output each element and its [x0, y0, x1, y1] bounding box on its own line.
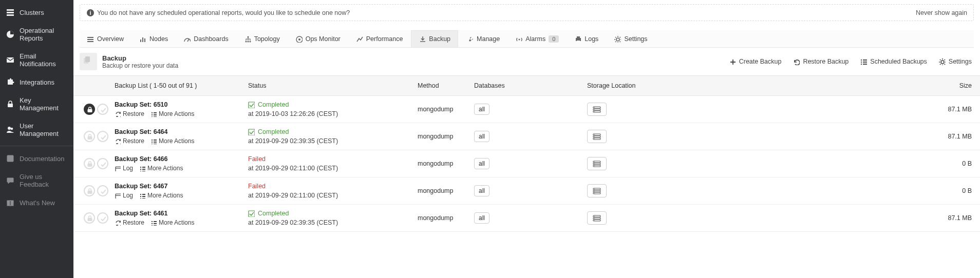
method: mongodump: [418, 133, 474, 140]
bars-icon: [139, 35, 146, 43]
sidebar-item[interactable]: Give us Feedback: [0, 168, 73, 193]
storage-location[interactable]: [587, 103, 607, 116]
method: mongodump: [418, 214, 474, 222]
tab-label: Overview: [97, 35, 124, 43]
backup-set-name: Backup Set: 6510: [115, 101, 248, 108]
sidebar-item[interactable]: Integrations: [0, 73, 73, 91]
tab-performance[interactable]: Performance: [349, 31, 410, 47]
status-time: at 2019-09-29 02:39:35 (CEST): [248, 137, 418, 145]
database-pill[interactable]: all: [474, 104, 489, 115]
sidebar-item[interactable]: What's New: [0, 193, 73, 212]
sidebar-item[interactable]: Email Notifications: [0, 47, 73, 73]
tab-topology[interactable]: Topology: [237, 31, 287, 47]
puzzle-icon: [6, 78, 14, 86]
restore-action[interactable]: Restore: [115, 110, 144, 117]
size: 87.1 MB: [926, 106, 972, 113]
refresh-icon: [115, 111, 121, 117]
tab-backup[interactable]: Backup: [411, 30, 458, 47]
tab-label: Logs: [585, 35, 598, 43]
storage-location[interactable]: [587, 157, 607, 170]
restore-backup-button[interactable]: Restore Backup: [793, 58, 849, 65]
method: mongodump: [418, 160, 474, 167]
storage-location[interactable]: [587, 130, 607, 143]
sidebar-item[interactable]: Key Management: [0, 91, 73, 117]
tab-overview[interactable]: Overview: [80, 31, 131, 47]
tab-logs[interactable]: Logs: [567, 31, 606, 47]
more-actions[interactable]: More Actions: [150, 219, 194, 226]
verified-icon: [97, 185, 108, 196]
database-pill[interactable]: all: [474, 158, 489, 169]
status-text: Failed: [248, 183, 266, 190]
target-icon: [295, 35, 303, 43]
storage-location[interactable]: [587, 184, 607, 197]
log-action[interactable]: Log: [115, 192, 133, 199]
sidebar-item-label: What's New: [20, 199, 55, 207]
create-backup-button[interactable]: Create Backup: [729, 58, 782, 65]
gift-icon: [6, 198, 14, 207]
size: 0 B: [926, 160, 972, 167]
restore-action[interactable]: Restore: [115, 137, 144, 145]
printer-icon: [574, 35, 581, 43]
page-subtitle: Backup or restore your data: [102, 62, 178, 69]
backup-set-name: Backup Set: 6461: [115, 210, 248, 217]
method: mongodump: [418, 106, 474, 113]
more-actions[interactable]: More Actions: [139, 192, 183, 199]
sidebar-item-label: Key Management: [20, 96, 67, 112]
tab-alarms[interactable]: Alarms0: [508, 31, 566, 47]
encrypted-icon: [84, 104, 95, 115]
settings-button[interactable]: Settings: [938, 58, 972, 65]
more-actions[interactable]: More Actions: [150, 137, 194, 145]
scheduled-backups-button[interactable]: Scheduled Backups: [860, 58, 927, 65]
col-method: Method: [418, 82, 474, 89]
backup-set-name: Backup Set: 6464: [115, 128, 248, 135]
more-actions[interactable]: More Actions: [139, 165, 183, 172]
status-time: at 2019-09-29 02:39:35 (CEST): [248, 219, 418, 226]
sidebar-item-label: Integrations: [20, 78, 54, 86]
status-text: Failed: [248, 155, 266, 163]
tab-dashboards[interactable]: Dashboards: [176, 31, 235, 47]
encrypted-icon: [84, 212, 95, 224]
restore-action[interactable]: Restore: [115, 219, 144, 226]
list-icon: [150, 220, 157, 226]
backup-set-name: Backup Set: 6466: [115, 155, 248, 163]
sidebar-item-label: Clusters: [20, 9, 44, 16]
verified-icon: [97, 158, 108, 169]
sidebar-item[interactable]: User Management: [0, 117, 73, 143]
tree-icon: [244, 35, 251, 43]
notice-text[interactable]: You do not have any scheduled operationa…: [97, 9, 350, 16]
tab-manage[interactable]: Manage: [459, 31, 507, 47]
status-time: at 2019-10-03 12:26:26 (CEST): [248, 110, 418, 117]
notice-bar: You do not have any scheduled operationa…: [80, 4, 974, 21]
sidebar-item-label: Documentation: [20, 155, 64, 163]
refresh-icon: [115, 138, 121, 144]
tab-badge: 0: [549, 35, 559, 43]
sidebar-item[interactable]: Operational Reports: [0, 22, 73, 47]
col-list: Backup List ( 1-50 out of 91 ): [115, 82, 248, 89]
tab-settings[interactable]: Settings: [607, 31, 654, 47]
info-icon: [86, 9, 94, 16]
chat-icon: [6, 176, 14, 185]
storage-location[interactable]: [587, 211, 607, 225]
encrypted-icon: [84, 131, 95, 142]
tab-nodes[interactable]: Nodes: [132, 31, 175, 47]
database-pill[interactable]: all: [474, 185, 489, 196]
tab-label: Ops Monitor: [306, 35, 341, 43]
backup-set-name: Backup Set: 6467: [115, 183, 248, 190]
database-pill[interactable]: all: [474, 131, 489, 142]
calendar-icon: [115, 192, 121, 198]
log-action[interactable]: Log: [115, 165, 133, 172]
tab-label: Settings: [624, 35, 647, 43]
encrypted-icon: [84, 158, 95, 169]
sidebar-item[interactable]: Documentation: [0, 149, 73, 168]
verified-icon: [97, 104, 108, 115]
col-size: Size: [926, 82, 972, 89]
tab-ops monitor[interactable]: Ops Monitor: [288, 31, 348, 47]
pie-icon: [6, 30, 14, 38]
download-icon: [419, 35, 426, 43]
notice-dismiss[interactable]: Never show again: [916, 9, 967, 16]
mail-icon: [6, 56, 14, 64]
sidebar-item[interactable]: Clusters: [0, 3, 73, 22]
database-pill[interactable]: all: [474, 212, 489, 224]
table-row: Backup Set: 6510RestoreMore ActionsCompl…: [73, 96, 980, 123]
more-actions[interactable]: More Actions: [150, 110, 194, 117]
